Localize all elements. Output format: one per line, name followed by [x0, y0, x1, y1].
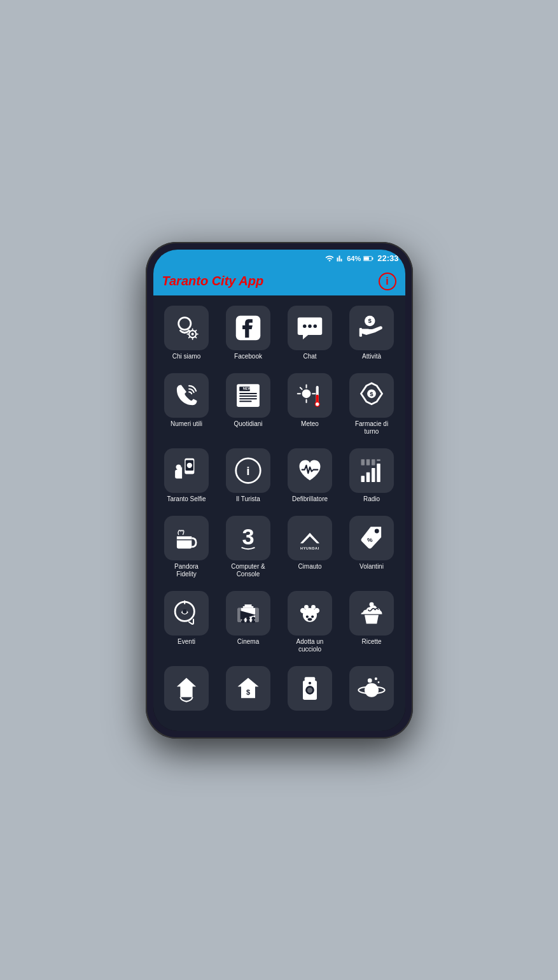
svg-point-80	[378, 681, 380, 683]
coffee-icon	[172, 524, 200, 552]
app-item-taranto-selfie[interactable]: Taranto Selfie	[158, 444, 215, 507]
house-hand-icon	[172, 674, 200, 702]
svg-text:$: $	[368, 317, 372, 324]
svg-point-65	[311, 604, 316, 609]
radio-icon-wrap	[349, 448, 394, 493]
app-item-computer-console[interactable]: 3 Computer & Console	[220, 512, 277, 582]
battery-text: 64%	[347, 255, 361, 262]
app-item-volantini[interactable]: % Volantini	[344, 512, 400, 582]
selfie-icon	[172, 457, 200, 485]
app-item-ricette[interactable]: Ricette	[344, 587, 400, 657]
attivita-icon-wrap: $	[349, 306, 394, 350]
svg-text:%: %	[367, 536, 373, 543]
defibrillatore-icon-wrap	[288, 448, 332, 493]
il-turista-label: Il Turista	[236, 495, 260, 503]
pharmacy-icon: $	[358, 381, 386, 409]
app-item-facebook[interactable]: Facebook	[220, 302, 277, 364]
cimauto-icon-wrap: HYUNDAI	[288, 516, 332, 560]
discount-tag-icon: %	[358, 524, 386, 552]
svg-rect-1	[372, 257, 373, 259]
svg-point-66	[306, 615, 309, 618]
dollar-hand-icon: $	[358, 314, 386, 342]
hyundai-icon: HYUNDAI	[296, 524, 324, 552]
svg-line-25	[300, 387, 302, 389]
svg-point-28	[315, 402, 319, 406]
paw-icon	[296, 599, 324, 627]
adotta-icon-wrap	[288, 591, 332, 636]
radio-icon	[358, 457, 386, 485]
house1-icon-wrap	[164, 666, 209, 711]
svg-point-78	[368, 678, 372, 683]
svg-point-55	[241, 616, 245, 620]
cimauto-label: Cimauto	[298, 563, 321, 571]
meteo-icon-wrap	[288, 373, 332, 418]
quotidiani-icon-wrap: NEWS	[226, 373, 270, 418]
info-button[interactable]: i	[379, 273, 396, 290]
chat-label: Chat	[303, 353, 316, 360]
svg-point-34	[188, 471, 190, 472]
svg-rect-54	[255, 607, 259, 621]
app-item-pandora[interactable]: Pandora Fidelity	[158, 512, 215, 582]
app-item-eventi[interactable]: Eventi	[158, 587, 215, 657]
app-item-cimauto[interactable]: HYUNDAI Cimauto	[282, 512, 338, 582]
facebook-icon-wrap	[226, 306, 270, 350]
status-bar: 64% 22:33	[153, 250, 405, 267]
farmacie-label: Farmacie di turno	[349, 420, 394, 436]
adotta-label: Adotta un cucciolo	[287, 638, 333, 653]
ricette-label: Ricette	[361, 638, 381, 646]
svg-point-63	[314, 607, 319, 613]
cinema-icon-wrap	[226, 591, 270, 636]
cinema-label: Cinema	[237, 638, 259, 646]
svg-point-64	[304, 604, 309, 609]
svg-rect-17	[239, 395, 257, 397]
svg-point-48	[375, 529, 379, 533]
svg-point-74	[307, 687, 312, 692]
facebook-icon	[234, 314, 262, 342]
heart-pulse-icon	[296, 457, 324, 485]
events-icon	[172, 599, 200, 627]
meteo-icon	[296, 381, 324, 409]
app-item-meteo[interactable]: Meteo	[282, 369, 338, 439]
phone-wifi-icon	[172, 381, 200, 409]
attivita-label: Attività	[362, 353, 381, 360]
app-item-numeri-utili[interactable]: Numeri utili	[158, 369, 215, 439]
turista-icon: i	[234, 457, 262, 485]
app-item-house1[interactable]	[158, 662, 215, 717]
app-item-il-turista[interactable]: i Il Turista	[220, 444, 277, 507]
chi-siamo-label: Chi siamo	[172, 353, 200, 360]
app-item-chi-siamo[interactable]: Chi siamo	[158, 302, 215, 364]
svg-rect-58	[246, 620, 250, 623]
time-text: 22:33	[377, 253, 398, 263]
svg-rect-16	[239, 392, 257, 394]
app-item-attivita[interactable]: $ Attività	[344, 302, 400, 364]
cupcake-icon	[358, 599, 386, 627]
app-item-chat[interactable]: Chat	[282, 302, 338, 364]
svg-text:3: 3	[242, 524, 254, 548]
svg-point-3	[179, 317, 191, 329]
app-item-planet[interactable]	[344, 662, 400, 717]
app-item-adotta[interactable]: Adotta un cucciolo	[282, 587, 338, 657]
defibrillatore-label: Defibrillatore	[292, 495, 328, 503]
svg-rect-39	[366, 472, 370, 481]
svg-point-51	[183, 609, 187, 613]
app-item-camera[interactable]	[282, 662, 338, 717]
chi-siamo-icon-wrap	[164, 306, 209, 350]
svg-text:$: $	[370, 390, 373, 397]
svg-point-76	[365, 683, 379, 697]
app-item-house2[interactable]: $	[220, 662, 277, 717]
computer-console-icon-wrap: 3	[226, 516, 270, 560]
app-item-quotidiani[interactable]: NEWS Quotidiani	[220, 369, 277, 439]
farmacie-icon-wrap: $	[349, 373, 394, 418]
app-item-cinema[interactable]: Cinema	[220, 587, 277, 657]
svg-point-67	[311, 615, 314, 618]
svg-point-20	[302, 389, 311, 398]
app-item-defibrillatore[interactable]: Defibrillatore	[282, 444, 338, 507]
svg-rect-45	[377, 459, 380, 461]
cinema-icon	[234, 599, 262, 627]
app-item-farmacie[interactable]: $ Farmacie di turno	[344, 369, 400, 439]
svg-rect-43	[366, 459, 370, 465]
numeri-utili-icon-wrap	[164, 373, 209, 418]
news-icon: NEWS	[234, 381, 262, 409]
camera-icon	[296, 674, 324, 702]
app-item-radio[interactable]: Radio	[344, 444, 400, 507]
